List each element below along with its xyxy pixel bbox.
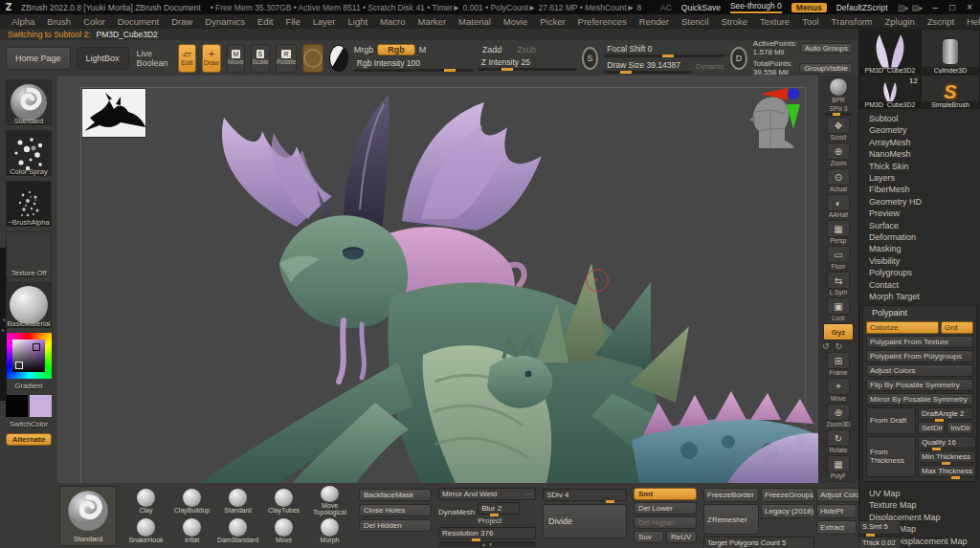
quality-slider[interactable]: Quality 16 bbox=[918, 436, 976, 449]
polypaint-from-polygroups-button[interactable]: Polypaint From Polygroups bbox=[866, 350, 973, 362]
extract-button[interactable]: Extract bbox=[816, 520, 857, 535]
menu-item[interactable]: Material bbox=[458, 16, 491, 27]
brush-slot[interactable]: Move bbox=[261, 515, 306, 545]
brush-slot[interactable]: Morph bbox=[307, 515, 352, 545]
menu-item[interactable]: Edit bbox=[257, 16, 273, 27]
zadd-toggle[interactable]: Zadd bbox=[482, 45, 502, 55]
rotate-button[interactable]: R Rotate bbox=[276, 44, 298, 73]
target-polygons-slider[interactable]: Target Polygons Count 5 bbox=[703, 537, 814, 548]
draw-button[interactable]: + Draw bbox=[202, 44, 221, 73]
del-higher-button[interactable]: Del Higher bbox=[634, 516, 697, 529]
document-canvas[interactable] bbox=[57, 76, 818, 483]
lightbox-button[interactable]: LightBox bbox=[77, 47, 129, 70]
menu-item[interactable]: Render bbox=[639, 16, 669, 27]
subtool-thumbnail[interactable]: 12 PM3D_Cube3D2 bbox=[859, 75, 921, 109]
default-zscript-button[interactable]: DefaultZScript bbox=[836, 3, 888, 12]
menu-item[interactable]: Macro bbox=[380, 16, 405, 27]
menu-item[interactable]: Picker bbox=[540, 16, 565, 27]
menu-item[interactable]: Stencil bbox=[681, 16, 709, 27]
adjust-colors-panel-button[interactable]: Adjust Colors bbox=[866, 364, 973, 377]
brush-slot[interactable]: SnakeHook bbox=[123, 515, 168, 545]
shelf-button[interactable]: ▣ Lock bbox=[822, 297, 855, 322]
invdir-button[interactable]: InvDir bbox=[947, 422, 973, 434]
tool-section-header[interactable]: FiberMesh bbox=[869, 184, 980, 195]
sdiv-slider[interactable]: SDiv 4 bbox=[543, 489, 627, 501]
shelf-button[interactable]: ✥ Scroll bbox=[822, 117, 855, 142]
active-brush-slot[interactable]: Standard bbox=[59, 486, 117, 546]
switch-color-swatches[interactable] bbox=[6, 395, 52, 417]
mask-button[interactable]: Close Holes bbox=[359, 504, 432, 516]
from-thickness-button[interactable]: From Thickness bbox=[866, 436, 916, 477]
color-picker[interactable] bbox=[6, 333, 52, 379]
legacy-button[interactable]: Legacy (2018) bbox=[761, 504, 814, 518]
shelf-button[interactable]: ▭ Floor bbox=[822, 246, 855, 271]
camera-redo-icon[interactable]: ↻ bbox=[835, 341, 843, 351]
menu-item[interactable]: Stroke bbox=[722, 16, 747, 27]
scroll-up-icon[interactable]: ▲ bbox=[481, 541, 486, 547]
ssmt-slider[interactable]: S.Smt 5 bbox=[858, 520, 901, 535]
hidept-button[interactable]: HidePt bbox=[816, 504, 857, 518]
tool-section-header[interactable]: Polygroups bbox=[869, 267, 980, 278]
mirror-posable-symmetry-button[interactable]: Mirror By Posable Symmetry bbox=[866, 393, 973, 406]
brush-slot[interactable]: Standard bbox=[215, 486, 260, 515]
group-scrollbar[interactable]: ▲ ▼ bbox=[438, 541, 536, 547]
draw-size-knob-icon[interactable]: D bbox=[730, 47, 746, 70]
tool-section-header[interactable]: Subtool bbox=[869, 113, 980, 124]
shelf-button[interactable]: ⊕ Zoom3D bbox=[822, 404, 855, 428]
max-thickness-slider[interactable]: Max Thickness bbox=[918, 465, 976, 477]
smt-toggle[interactable]: Smt bbox=[634, 488, 697, 500]
scale-button[interactable]: S Scale bbox=[251, 44, 270, 73]
camera-history[interactable]: ↺ ↻ bbox=[822, 341, 855, 351]
shelf-button[interactable]: ▦ PolyF bbox=[822, 455, 855, 480]
edit-button[interactable]: ▱ Edit bbox=[178, 44, 197, 73]
resolution-slider[interactable]: Resolution 376 bbox=[438, 527, 536, 539]
mask-button[interactable]: Del Hidden bbox=[359, 519, 432, 532]
zsub-toggle[interactable]: Zsub bbox=[517, 45, 536, 55]
tool-section-header[interactable]: Texture Map bbox=[869, 499, 980, 512]
shelf-button[interactable]: ⇆ L.Sym bbox=[822, 272, 855, 296]
tool-section-header[interactable]: Deformation bbox=[869, 231, 980, 243]
shelf-button[interactable]: ▦ Persp bbox=[822, 220, 855, 245]
focal-shift-knob-icon[interactable]: S bbox=[582, 47, 598, 70]
menu-item[interactable]: Document bbox=[118, 16, 159, 27]
brush-slot[interactable]: Inflat bbox=[169, 515, 214, 545]
active-tool-thumbnail[interactable]: PM3D_Cube3D2 bbox=[859, 29, 921, 75]
tool-section-header[interactable]: UV Map bbox=[869, 488, 980, 500]
freeze-groups-button[interactable]: FreezeGroups bbox=[761, 488, 814, 502]
suv-button[interactable]: Suv bbox=[634, 531, 664, 543]
menu-item[interactable]: Zscript bbox=[927, 16, 955, 27]
thick-slider[interactable]: Thick 0.02 bbox=[858, 537, 901, 548]
mirror-and-weld-button[interactable]: Mirror And Weld ⋯ bbox=[438, 488, 536, 500]
brush-slot[interactable]: ClayTubes bbox=[261, 486, 306, 515]
menu-item[interactable]: Alpha bbox=[11, 16, 34, 27]
tool-section-header[interactable]: Contact bbox=[869, 279, 980, 291]
menu-item[interactable]: Color bbox=[83, 16, 105, 27]
mask-button[interactable]: BackfaceMask bbox=[359, 489, 432, 501]
menu-item[interactable]: Help bbox=[967, 16, 980, 27]
blur-slider[interactable]: Blur 2 bbox=[478, 502, 520, 515]
tool-section-header[interactable]: ArrayMesh bbox=[869, 137, 980, 148]
polypaint-section-header[interactable]: Polypaint bbox=[872, 308, 973, 318]
simplebrush-thumbnail[interactable]: S SimpleBrush bbox=[921, 75, 980, 109]
reuv-button[interactable]: ReUV bbox=[666, 531, 697, 543]
menu-item[interactable]: Brush bbox=[47, 16, 71, 27]
brush-slot[interactable]: DamStandard bbox=[215, 515, 260, 545]
home-page-button[interactable]: Home Page bbox=[6, 47, 71, 70]
main-color-swatch[interactable] bbox=[6, 395, 28, 417]
menu-item[interactable]: Texture bbox=[760, 16, 790, 27]
menu-item[interactable]: Draw bbox=[171, 16, 192, 27]
cylinder-tool-thumbnail[interactable]: Cylinder3D bbox=[921, 29, 980, 75]
stroke-icon[interactable] bbox=[329, 45, 348, 72]
del-lower-button[interactable]: Del Lower bbox=[634, 502, 697, 515]
menu-item[interactable]: Preferences bbox=[578, 16, 627, 27]
project-toggle[interactable]: Project bbox=[478, 516, 520, 525]
tool-section-header[interactable]: Morph Target bbox=[869, 291, 980, 302]
tool-section-header[interactable]: Geometry bbox=[869, 124, 980, 136]
colorize-toggle[interactable]: Colorize bbox=[866, 321, 939, 334]
rgb-intensity-slider[interactable]: Rgb Intensity 100 bbox=[354, 57, 473, 72]
menu-item[interactable]: Zplugin bbox=[885, 16, 915, 27]
menu-item[interactable]: Movie bbox=[503, 16, 527, 27]
rgb-toggle[interactable]: Rgb bbox=[377, 44, 415, 55]
m-toggle[interactable]: M bbox=[419, 45, 427, 55]
alternate-button[interactable]: Alternate bbox=[6, 433, 52, 446]
